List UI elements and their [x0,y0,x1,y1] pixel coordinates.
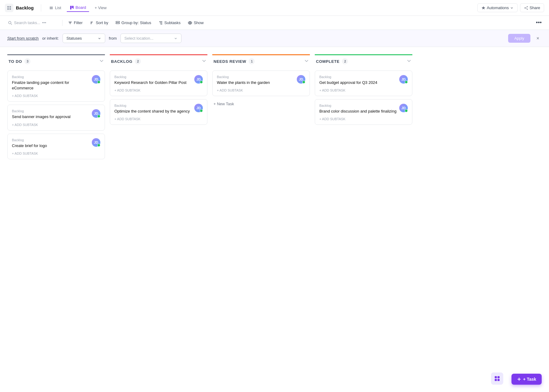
task-card[interactable]: BacklogBrand color discussion and palett… [315,99,412,125]
subtasks-btn[interactable]: Subtasks [156,19,184,27]
apply-btn[interactable]: Apply [508,34,530,43]
list-icon [49,6,53,10]
svg-rect-23 [116,21,120,22]
add-subtask-btn[interactable]: + ADD SUBTASK [319,88,408,93]
statuses-dropdown[interactable]: Statuses [63,34,105,43]
card-project: Backlog [114,75,192,79]
task-card[interactable]: BacklogOptimize the content shared by th… [110,99,207,125]
toolbar-divider [62,20,63,26]
filter-label: Filter [74,20,83,25]
group-by-label: Group by: Status [121,20,151,25]
add-subtask-btn[interactable]: + ADD SUBTASK [319,117,408,121]
column-collapse-todo[interactable] [99,59,104,64]
start-scratch-label[interactable]: Start from scratch [7,36,39,41]
show-icon [188,21,192,25]
column-count-needs-review: 1 [249,58,255,64]
from-label: from [109,36,117,41]
add-view-label: + View [95,5,106,10]
filter-btn[interactable]: Filter [65,19,86,27]
share-label: Share [529,5,540,10]
column-title-todo: TO DO [9,59,22,64]
share-icon [524,6,528,10]
list-view-label: List [55,5,61,10]
board-icon [70,5,74,10]
add-subtask-btn[interactable]: + ADD SUBTASK [12,122,100,127]
task-card[interactable]: BacklogCreate brief for logoJD+ ADD SUBT… [7,134,105,159]
more-label: ••• [536,20,542,26]
task-card[interactable]: BacklogKeyword Research for Golden Pilla… [110,70,207,96]
svg-rect-2 [7,8,9,10]
avatar: JD [194,104,203,112]
card-title: Optimize the content shared by the agenc… [114,109,192,114]
list-view-btn[interactable]: List [46,4,64,12]
close-inherit-btn[interactable]: × [534,34,542,43]
board: TO DO3BacklogFinalize landing page conte… [0,47,549,167]
svg-rect-3 [9,8,11,10]
column-collapse-needs-review[interactable] [304,59,309,64]
toolbar: Search tasks... ••• Filter Sort by Group… [0,16,549,30]
card-title: Finalize landing page content for eComme… [12,80,89,91]
automations-btn[interactable]: Automations [477,3,518,12]
task-card[interactable]: BacklogFinalize landing page content for… [7,70,105,102]
card-project: Backlog [217,75,294,79]
group-icon [116,21,120,25]
location-chevron-icon [174,37,178,40]
add-subtask-btn[interactable]: + ADD SUBTASK [217,88,305,93]
column-header-todo: TO DO3 [7,54,105,67]
card-title: Create brief for logo [12,143,89,149]
sort-label: Sort by [96,20,108,25]
add-subtask-btn[interactable]: + ADD SUBTASK [114,88,203,93]
add-subtask-btn[interactable]: + ADD SUBTASK [114,117,203,121]
top-nav: Backlog List Board + View Automations [0,0,549,16]
search-icon [8,21,12,25]
card-project: Backlog [12,109,89,113]
column-collapse-complete[interactable] [407,59,411,64]
svg-point-15 [9,21,11,24]
location-dropdown[interactable]: Select location... [120,34,181,43]
column-count-complete: 2 [342,58,348,64]
sort-btn[interactable]: Sort by [87,19,111,27]
more-options-btn[interactable]: ••• [533,18,544,27]
dropdown-chevron-icon [98,37,101,40]
add-subtask-btn[interactable]: + ADD SUBTASK [12,151,100,156]
svg-rect-1 [9,6,11,8]
show-btn[interactable]: Show [185,19,207,27]
task-card[interactable]: BacklogSend banner images for approvalJD… [7,105,105,130]
card-title: Get budget approval for Q3 2024 [319,80,397,85]
task-card[interactable]: BacklogWater the plants in the gardenJD+… [212,70,310,96]
search-placeholder: Search tasks... [14,20,40,25]
add-subtask-btn[interactable]: + ADD SUBTASK [12,93,100,98]
svg-point-25 [189,22,191,23]
column-header-complete: COMPLETE2 [315,54,412,67]
svg-rect-7 [70,6,71,9]
column-needs-review: NEEDS REVIEW1BacklogWater the plants in … [212,54,310,109]
sort-icon [90,21,94,25]
avatar: JD [194,75,203,84]
column-header-backlog: BACKLOG2 [110,54,207,67]
share-btn[interactable]: Share [520,3,544,12]
card-project: Backlog [12,138,89,142]
search-box[interactable]: Search tasks... ••• [5,19,60,27]
group-by-btn[interactable]: Group by: Status [113,19,154,27]
automations-icon [481,6,486,10]
new-task-btn[interactable]: + New Task [212,99,310,109]
subtasks-icon [159,21,163,25]
card-project: Backlog [12,75,89,79]
chevron-down-icon [510,6,514,10]
column-header-needs-review: NEEDS REVIEW1 [212,54,310,67]
column-backlog: BACKLOG2BacklogKeyword Research for Gold… [110,54,207,125]
column-complete: COMPLETE2BacklogGet budget approval for … [315,54,412,125]
column-title-needs-review: NEEDS REVIEW [214,59,246,64]
board-view-btn[interactable]: Board [67,4,89,12]
column-collapse-backlog[interactable] [202,59,206,64]
column-count-todo: 3 [24,58,30,64]
task-card[interactable]: BacklogGet budget approval for Q3 2024JD… [315,70,412,96]
svg-rect-8 [72,6,73,8]
subtasks-label: Subtasks [164,20,181,25]
svg-rect-9 [73,6,74,9]
avatar: JD [92,138,100,147]
add-view-btn[interactable]: + View [92,4,109,12]
avatar: JD [92,75,100,84]
automations-label: Automations [487,5,509,10]
column-title-backlog: BACKLOG [111,59,132,64]
